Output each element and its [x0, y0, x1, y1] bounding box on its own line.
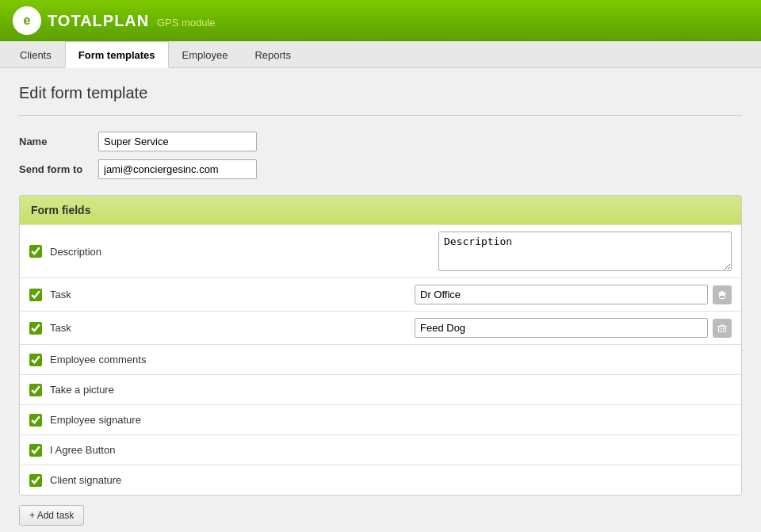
name-input[interactable]: [98, 132, 257, 151]
field-row-employee-comments: Employee comments: [20, 344, 741, 374]
field-row-task2: Task: [20, 311, 741, 344]
svg-text:e: e: [24, 13, 31, 27]
field-row-client-signature: Client signature: [20, 465, 741, 495]
svg-rect-1: [719, 294, 725, 296]
field-label-description: Description: [50, 246, 438, 258]
field-checkbox-task2[interactable]: [29, 322, 42, 335]
app-header: e TOTALPLAN GPS module: [0, 0, 761, 41]
name-label: Name: [19, 136, 98, 147]
tab-employee[interactable]: Employee: [169, 41, 242, 68]
field-label-i-agree: I Agree Button: [50, 444, 732, 456]
field-row-task1: Task: [20, 277, 741, 311]
form-meta: Name Send form to: [19, 132, 742, 179]
send-to-label: Send form to: [19, 163, 98, 175]
tab-clients[interactable]: Clients: [6, 41, 65, 68]
add-task-button[interactable]: + Add task: [19, 505, 84, 526]
field-checkbox-description[interactable]: [29, 245, 42, 258]
section-divider: [19, 115, 742, 116]
field-row-take-picture: Take a picture: [20, 374, 741, 404]
field-label-employee-signature: Employee signature: [50, 414, 732, 426]
field-row-description: Description Description: [20, 224, 741, 277]
tab-reports[interactable]: Reports: [241, 41, 304, 68]
field-checkbox-take-picture[interactable]: [29, 384, 42, 396]
delete-task1-button[interactable]: [713, 285, 732, 304]
name-row: Name: [19, 132, 742, 151]
nav-bar: Clients Form templates Employee Reports: [0, 41, 761, 68]
delete-task2-button[interactable]: [713, 319, 732, 338]
field-input-task1[interactable]: [415, 285, 708, 304]
field-textarea-description[interactable]: Description: [438, 232, 732, 271]
field-checkbox-employee-comments[interactable]: [29, 354, 42, 366]
field-checkbox-client-signature[interactable]: [29, 474, 42, 487]
logo-icon: e: [13, 6, 41, 35]
send-to-input[interactable]: [98, 159, 257, 179]
field-input-task2[interactable]: [415, 318, 708, 338]
field-checkbox-task1[interactable]: [29, 289, 42, 301]
svg-rect-8: [719, 326, 726, 331]
field-label-task1: Task: [50, 289, 415, 300]
field-label-task2: Task: [50, 322, 415, 334]
field-checkbox-i-agree[interactable]: [29, 444, 42, 457]
logo-text: TOTALPLAN GPS module: [48, 12, 216, 30]
field-label-take-picture: Take a picture: [50, 384, 732, 396]
field-label-employee-comments: Employee comments: [50, 354, 732, 366]
form-fields-header: Form fields: [20, 196, 741, 224]
field-checkbox-employee-signature[interactable]: [29, 414, 42, 427]
page-title: Edit form template: [19, 84, 742, 102]
form-fields-section: Form fields Description Description Task: [19, 195, 742, 496]
tab-form-templates[interactable]: Form templates: [65, 41, 169, 68]
logo-area: e TOTALPLAN GPS module: [13, 6, 216, 35]
field-label-client-signature: Client signature: [50, 474, 732, 486]
main-content: Edit form template Name Send form to For…: [0, 68, 761, 532]
send-to-row: Send form to: [19, 159, 742, 179]
field-row-employee-signature: Employee signature: [20, 404, 741, 434]
field-row-i-agree: I Agree Button: [20, 434, 741, 465]
